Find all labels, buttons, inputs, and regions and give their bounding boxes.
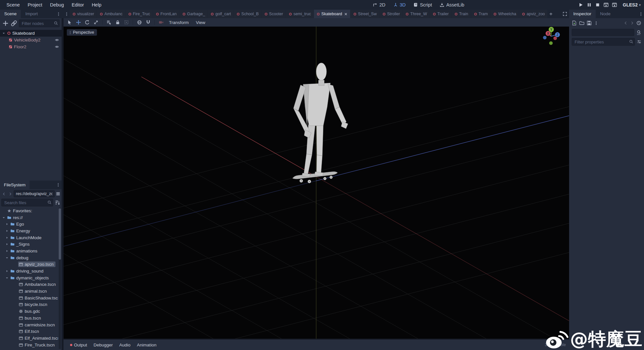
bottom-tab-audio[interactable]: Audio [116, 343, 134, 347]
sort-files-icon[interactable] [54, 200, 60, 205]
scene-tab-Stroller[interactable]: Stroller [380, 10, 403, 18]
scene-tree-row-Floor2[interactable]: Floor2 [0, 43, 62, 50]
fs-row-Ambulance-tscn[interactable]: Ambulance.tscn [0, 281, 58, 288]
new-resource-icon[interactable] [572, 20, 577, 26]
scene-tab-Wheelcha[interactable]: Wheelcha [491, 10, 519, 18]
history-back-button[interactable] [1, 191, 6, 196]
orientation-gizmo[interactable]: Y X Z [540, 27, 565, 51]
workspace-2d-button[interactable]: 2D [373, 2, 386, 7]
fs-item[interactable]: BasicShadow.tscn [18, 295, 58, 301]
fs-row-_Signs[interactable]: _Signs [0, 241, 58, 248]
fs-row-Fire_Truck-tscn[interactable]: Fire_Truck.tscn [0, 342, 58, 348]
fs-row-LaunchMode[interactable]: LaunchMode [0, 234, 58, 241]
fs-item[interactable]: animations [10, 248, 39, 254]
scene-tab-Street_Sw[interactable]: Street_Sw [351, 10, 379, 18]
scene-tab-Three_W[interactable]: Three_W [403, 10, 429, 18]
scene-tab-golf_cart[interactable]: golf_cart [208, 10, 233, 18]
fs-row-Energy[interactable]: Energy [0, 228, 58, 234]
fs-row-debug[interactable]: debug [0, 254, 58, 261]
bottom-tab-animation[interactable]: Animation [134, 343, 160, 347]
fs-row-animations[interactable]: animations [0, 248, 58, 254]
scene-tab-FrontLan[interactable]: FrontLan [153, 10, 179, 18]
fs-item[interactable]: driving_sound [10, 268, 45, 274]
history-forward-button[interactable] [7, 191, 13, 196]
filesystem-scrollbar[interactable] [59, 208, 61, 349]
scene-tab-School_B[interactable]: School_B [234, 10, 261, 18]
tab-scene[interactable]: Scene [0, 10, 21, 18]
open-docs-search-icon[interactable]: DOC [636, 30, 641, 35]
fs-item[interactable]: Fire_Truck.tscn [18, 342, 57, 348]
renderer-selector[interactable]: GLES2▾ [623, 2, 641, 7]
fs-item[interactable]: debug [10, 255, 30, 261]
stop-button[interactable] [595, 2, 600, 7]
fs-item[interactable]: Energy [10, 228, 32, 234]
load-resource-icon[interactable] [579, 20, 584, 26]
fs-item[interactable]: dymanic_objects [10, 275, 51, 281]
fs-row-animal-tscn[interactable]: animal.tscn [0, 288, 58, 295]
fs-item[interactable]: Elf.tscn [18, 329, 41, 334]
fs-row-Elf_Animated-tscn[interactable]: Elf_Animated.tscn [0, 335, 58, 342]
toggle-split-mode-icon[interactable] [56, 192, 60, 196]
fs-row-bus-gdc[interactable]: bus.gdc [0, 308, 58, 315]
scene-tab-Garbage_[interactable]: Garbage_ [180, 10, 208, 18]
distraction-free-mode-icon[interactable] [563, 12, 567, 16]
globe-tool-button[interactable] [135, 19, 143, 26]
property-tools-icon[interactable] [637, 40, 641, 44]
fs-item[interactable]: bus.tscn [18, 315, 43, 321]
fs-row-carmidsize-tscn[interactable]: carmidsize.tscn [0, 321, 58, 328]
fs-item[interactable]: animal.tscn [18, 288, 49, 294]
fs-row-bus-tscn[interactable]: bus.tscn [0, 315, 58, 321]
workspace-script-button[interactable]: Script [413, 2, 432, 7]
menu-help[interactable]: Help [88, 2, 105, 8]
search-files-input[interactable] [1, 199, 53, 206]
scene-tab-Tram[interactable]: Tram [471, 10, 491, 18]
fs-item[interactable]: LaunchMode [10, 235, 43, 240]
move-tool-button[interactable] [74, 19, 82, 26]
lock-tool-button[interactable] [113, 19, 122, 26]
scene-tab-visualizer[interactable]: visualizer [70, 10, 97, 18]
close-icon[interactable] [344, 12, 348, 16]
filter-properties-input[interactable] [572, 38, 635, 46]
scene-tab-Fire_Truc[interactable]: Fire_Truc [125, 10, 153, 18]
play-custom-scene-button[interactable] [612, 2, 617, 7]
fs-row-Elf-tscn[interactable]: Elf.tscn [0, 328, 58, 335]
fs-item[interactable]: res:// [6, 215, 25, 220]
workspace-3d-button[interactable]: 3D [393, 2, 406, 7]
fs-item[interactable]: bus.gdc [18, 309, 42, 314]
menu-editor[interactable]: Editor [68, 2, 88, 8]
tab-filesystem[interactable]: FileSystem [0, 181, 30, 189]
fs-row-Ego[interactable]: Ego [0, 221, 58, 228]
workspace-assetlib-button[interactable]: AssetLib [440, 2, 464, 7]
play-scene-button[interactable] [603, 2, 609, 7]
scene-tabs-menu-icon[interactable] [65, 12, 69, 16]
scene-tab-Ambulanc[interactable]: Ambulanc [97, 10, 125, 18]
filesystem-menu-icon[interactable] [56, 183, 60, 187]
scrollbar-thumb[interactable] [59, 208, 61, 260]
fs-row-driving_sound[interactable]: driving_sound [0, 268, 58, 274]
add-node-button[interactable] [2, 20, 9, 27]
bottom-tab-debugger[interactable]: Debugger [90, 343, 116, 347]
fs-row-dymanic_objects[interactable]: dymanic_objects [0, 274, 58, 281]
scene-tab-Trailer[interactable]: Trailer [430, 10, 451, 18]
fs-item[interactable]: Ego [10, 221, 26, 227]
transform-menu-button[interactable]: Transform [166, 20, 192, 25]
camera-tool-button[interactable] [157, 19, 165, 26]
history-prev-icon[interactable] [624, 21, 628, 25]
eye-icon[interactable] [55, 45, 59, 49]
fs-item[interactable]: Favorites: [6, 208, 34, 214]
object-history-icon[interactable] [636, 20, 641, 26]
list-select-tool-button[interactable] [105, 19, 113, 26]
scene-tree-row-VehicleBody2[interactable]: VehicleBody2 [0, 37, 62, 43]
menu-project[interactable]: Project [24, 2, 46, 8]
inspector-dock-menu-icon[interactable] [639, 12, 643, 16]
scene-tab-semi_truc[interactable]: semi_truc [286, 10, 314, 18]
group-tool-button[interactable] [122, 19, 130, 26]
fs-item[interactable]: carmidsize.tscn [18, 322, 57, 328]
tab-import[interactable]: Import [21, 10, 42, 18]
menu-debug[interactable]: Debug [46, 2, 68, 8]
menu-scene[interactable]: Scene [3, 2, 24, 8]
view-menu-button[interactable]: View [193, 20, 209, 25]
fs-item[interactable]: Elf_Animated.tscn [18, 335, 58, 341]
cursor-tool-button[interactable] [66, 19, 74, 26]
current-path-field[interactable] [14, 190, 55, 197]
